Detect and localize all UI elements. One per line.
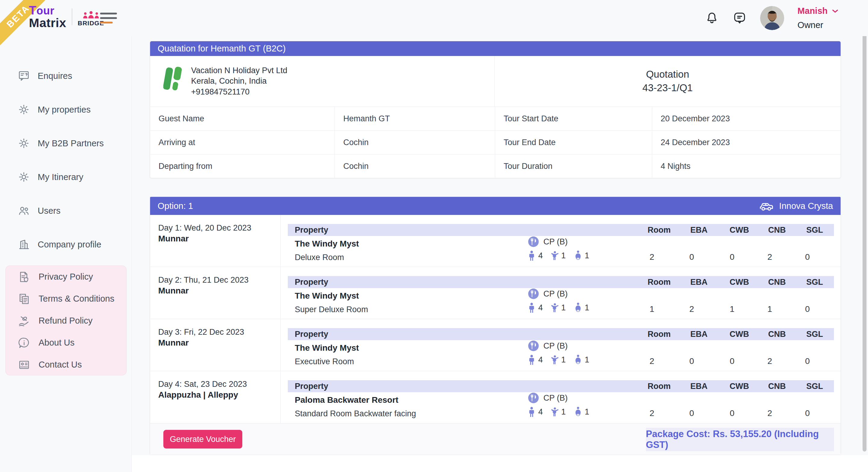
sidebar-item-label: Privacy Policy (38, 272, 93, 282)
guest-info-table: Guest Name Hemanth GT Tour Start Date 20… (150, 107, 841, 178)
sidebar-item-enquires[interactable]: Enquires (0, 65, 131, 87)
company-phone: +919847521170 (191, 87, 287, 98)
sidebar-item-label: My Itinerary (38, 172, 83, 182)
sidebar-item-users[interactable]: Users (0, 200, 131, 222)
company-name: Vacation N Holiday Pvt Ltd (191, 65, 287, 76)
day-location: Munnar (158, 338, 277, 348)
app: BETA Tour Matrix BRIDGE (0, 0, 868, 472)
sidebar-nav: Enquires My properties (0, 65, 131, 267)
value-room: 1 (635, 304, 669, 314)
user-dropdown[interactable]: Manish (798, 6, 839, 16)
property-name: Paloma Backwater Resort (295, 395, 398, 405)
option-title-bar: Option: 1 Innova Crysta (150, 197, 841, 215)
adult-count: 4 (527, 407, 543, 417)
sidebar-item-refund-policy[interactable]: Refund Policy (6, 310, 126, 332)
sidebar-item-terms-conditions[interactable]: Terms & Conditions (6, 288, 126, 310)
room-type: Super Deluxe Room (295, 305, 368, 314)
value-eba: 2 (675, 304, 708, 314)
refund-hand-icon (18, 314, 31, 328)
meal-plan: CP (B) (528, 340, 568, 351)
sidebar-item-label: Users (38, 206, 61, 216)
column-header-cwb: CWB (723, 224, 756, 236)
sidebar-item-label: Refund Policy (38, 316, 93, 326)
day-location: Munnar (158, 286, 277, 296)
sidebar-item-label: My properties (38, 105, 91, 115)
top-right-controls: Manish Owner (705, 0, 839, 36)
menu-toggle-icon[interactable] (100, 13, 117, 24)
property-line: The Windy Myst (295, 343, 359, 353)
column-header-cnb: CNB (761, 380, 794, 392)
day-date: Day 2: Thu, 21 Dec 2023 (158, 275, 277, 285)
messages-chat-icon[interactable] (733, 11, 747, 25)
day-date: Day 4: Sat, 23 Dec 2023 (158, 379, 277, 390)
vertical-scrollbar[interactable] (863, 26, 867, 451)
value-cwb: 1 (715, 304, 749, 314)
option-card: Option: 1 Innova Crysta (150, 197, 841, 454)
guest-counts: 4 1 (527, 355, 589, 365)
adult-icon (527, 303, 536, 313)
contact-card-icon (18, 358, 31, 371)
column-header-room: Room (643, 380, 676, 392)
sidebar-item-my-itinerary[interactable]: My Itinerary (0, 166, 131, 188)
documents-icon (18, 292, 31, 306)
column-header-cwb: CWB (723, 276, 756, 288)
sidebar-item-my-properties[interactable]: My properties (0, 99, 131, 121)
generate-voucher-button[interactable]: Generate Voucher (163, 430, 242, 448)
sidebar-item-label: My B2B Partners (38, 138, 104, 148)
day-property-cell: Property Room EBA CWB CNB SGL The Windy … (281, 267, 841, 319)
value-sgl: 0 (791, 252, 824, 262)
column-header-sgl: SGL (798, 380, 831, 392)
user-avatar[interactable] (760, 6, 784, 30)
sidebar-item-privacy-policy[interactable]: Privacy Policy (6, 266, 126, 288)
info-value: 4 Nights (652, 155, 841, 178)
child-icon (551, 355, 559, 365)
meal-plan-code: CP (B) (544, 289, 568, 299)
user-name: Manish (798, 6, 828, 16)
meal-plan: CP (B) (528, 288, 568, 300)
value-eba: 0 (675, 408, 708, 418)
gear-icon (17, 103, 30, 116)
day-cell: Day 4: Sat, 23 Dec 2023 Alappuzha | Alle… (150, 371, 281, 423)
infant-count: 1 (574, 407, 589, 417)
value-cnb: 2 (753, 357, 786, 366)
sidebar-item-about-us[interactable]: About Us (6, 332, 126, 354)
meal-plan-code: CP (B) (544, 341, 568, 351)
column-header-room: Room (643, 276, 676, 288)
value-eba: 0 (675, 357, 708, 366)
info-value: 24 December 2023 (652, 131, 841, 155)
info-label: Departing from (150, 155, 335, 178)
quotation-card: Quatation for Hemanth GT (B2C) Vacation … (150, 41, 841, 178)
infant-count: 1 (574, 250, 589, 261)
info-label: Tour End Date (495, 131, 652, 155)
value-sgl: 0 (791, 357, 824, 366)
notifications-bell-icon[interactable] (705, 11, 719, 25)
room-type: Executive Room (295, 357, 354, 366)
gear-icon (17, 170, 30, 183)
sidebar-item-contact-us[interactable]: Contact Us (6, 354, 126, 376)
meal-plan-code: CP (B) (544, 237, 568, 246)
property-column-header: Property (295, 382, 328, 391)
adult-icon (527, 250, 536, 261)
chat-question-icon (17, 69, 30, 82)
sidebar-item-company-profile[interactable]: Company profile (0, 234, 131, 255)
day-property-cell: Property Room EBA CWB CNB SGL Paloma Bac… (281, 371, 841, 423)
column-header-cwb: CWB (723, 380, 756, 392)
child-count: 1 (551, 303, 566, 312)
day-cell: Day 2: Thu, 21 Dec 2023 Munnar (150, 267, 281, 319)
room-type: Standard Room Backwater facing (295, 409, 416, 418)
sidebar-item-label: About Us (38, 338, 74, 348)
app-logo[interactable]: Tour Matrix BRIDGE (29, 4, 104, 29)
car-icon (758, 200, 774, 212)
column-header-sgl: SGL (798, 224, 831, 236)
day-location: Alappuzha | Alleppy (158, 390, 277, 400)
bridge-people-icon (83, 11, 99, 19)
info-bubble-icon (18, 336, 31, 349)
infant-icon (574, 303, 583, 313)
sidebar-item-label: Enquires (38, 71, 72, 81)
property-name: The Windy Myst (295, 343, 359, 353)
column-header-sgl: SGL (798, 276, 831, 288)
sidebar-item-my-b2b-partners[interactable]: My B2B Partners (0, 132, 131, 154)
property-column-header: Property (295, 330, 328, 339)
value-cwb: 0 (715, 357, 749, 366)
day-row: Day 1: Wed, 20 Dec 2023 Munnar Property … (150, 215, 841, 267)
